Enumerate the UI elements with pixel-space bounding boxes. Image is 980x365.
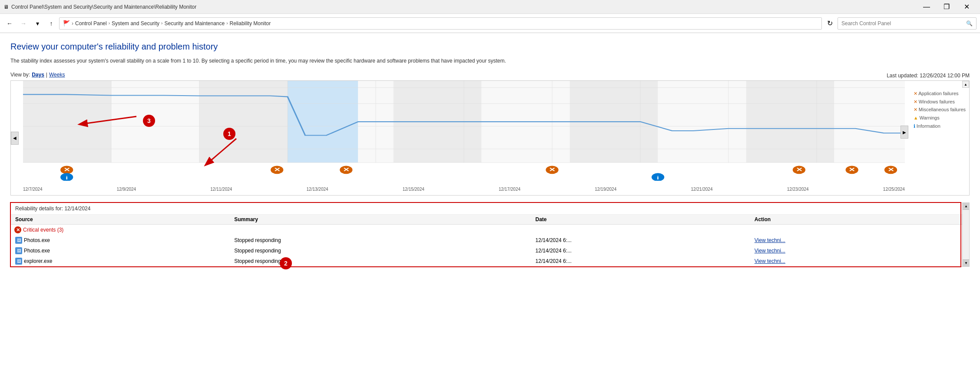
legend-windows-failures: ✕ Windows failures: [914, 98, 966, 106]
x-label-9: 12/25/2024: [883, 187, 905, 192]
chart-nav-right[interactable]: ▶: [901, 126, 908, 139]
back-button[interactable]: ←: [3, 17, 16, 30]
minimize-button[interactable]: —: [917, 0, 937, 14]
app-icon-explorer: 🖼: [15, 258, 22, 265]
x-label-4: 12/15/2024: [403, 187, 424, 192]
warnings-icon: ▲: [914, 115, 920, 120]
path-reliability-monitor[interactable]: Reliability Monitor: [230, 20, 271, 27]
window-controls: — ❐ ✕: [917, 0, 977, 14]
row2-action[interactable]: View techni...: [750, 246, 969, 256]
row3-action[interactable]: View techni...: [750, 256, 969, 266]
reliability-details: Reliability details for: 12/14/2024 Sour…: [10, 202, 970, 267]
x-label-7: 12/21/2024: [691, 187, 712, 192]
svg-text:i: i: [657, 175, 659, 180]
svg-text:✕: ✕: [343, 167, 349, 173]
page-title: Review your computer's reliability and p…: [10, 42, 970, 52]
scroll-down-btn[interactable]: ▼: [963, 259, 970, 266]
row1-action[interactable]: View techni...: [750, 235, 969, 246]
x-label-6: 12/19/2024: [595, 187, 616, 192]
row1-source: 🖼 Photos.exe: [11, 235, 230, 246]
svg-line-49: [206, 139, 236, 165]
svg-line-47: [80, 116, 136, 124]
view-days-link[interactable]: Days: [32, 72, 44, 78]
app-icon-photos2: 🖼: [15, 247, 22, 254]
view-weeks-link[interactable]: Weeks: [49, 72, 65, 78]
row2-source: 🖼 Photos.exe: [11, 246, 230, 256]
svg-text:✕: ✕: [848, 167, 855, 173]
annotation-3-arrow: [71, 112, 141, 129]
svg-text:✕: ✕: [549, 167, 555, 173]
critical-events-label: ✕ Critical events (3): [14, 226, 966, 233]
critical-events-row[interactable]: ✕ Critical events (3): [11, 225, 969, 236]
col-summary: Summary: [230, 215, 531, 225]
misc-failures-icon: ✕: [914, 107, 919, 112]
row3-summary: Stopped responding: [230, 256, 531, 266]
row1-date: 12/14/2024 6:...: [531, 235, 750, 246]
legend-app-failures: ✕ Application failures: [914, 90, 966, 98]
row1-summary: Stopped responding: [230, 235, 531, 246]
x-axis-labels: 12/7/2024 12/9/2024 12/11/2024 12/13/202…: [23, 187, 905, 192]
main-content: Review your computer's reliability and p…: [0, 33, 980, 365]
table-row[interactable]: 🖼 explorer.exe Stopped responding 12/14/…: [11, 256, 969, 266]
path-flag-icon: 🚩: [63, 20, 70, 27]
refresh-button[interactable]: ↻: [824, 17, 836, 30]
scrollbar-up[interactable]: ▲: [962, 81, 969, 88]
title-bar-text: Control Panel\System and Security\Securi…: [11, 4, 917, 10]
search-box[interactable]: 🔍: [838, 17, 977, 30]
details-scrollbar: ▲ ▼: [962, 203, 969, 266]
app-failures-icon: ✕: [914, 91, 918, 96]
annotation-1-arrow: [197, 136, 249, 171]
close-button[interactable]: ✕: [957, 0, 977, 14]
search-input[interactable]: [841, 20, 966, 27]
svg-text:i: i: [66, 175, 68, 180]
table-header-row: Source Summary Date Action: [11, 215, 969, 225]
svg-text:✕: ✕: [796, 167, 802, 173]
legend-misc-failures: ✕ Miscellaneous failures: [914, 106, 966, 114]
svg-rect-10: [834, 81, 905, 163]
path-control-panel[interactable]: Control Panel: [75, 20, 107, 27]
row3-source: 🖼 explorer.exe: [11, 256, 230, 266]
x-label-5: 12/17/2024: [499, 187, 520, 192]
title-bar: 🖥 Control Panel\System and Security\Secu…: [0, 0, 980, 14]
annotation-2-circle: 2: [280, 257, 292, 269]
reliability-chart: 10 5 1 ✕ ✕ ✕ ✕: [23, 81, 905, 181]
col-date: Date: [531, 215, 750, 225]
svg-rect-3: [288, 81, 358, 163]
address-bar: ← → ▾ ↑ 🚩 › Control Panel › System and S…: [0, 14, 980, 33]
windows-failures-icon: ✕: [914, 99, 919, 104]
chart-nav-left[interactable]: ◀: [11, 132, 19, 145]
svg-rect-9: [746, 81, 834, 163]
svg-rect-8: [658, 81, 746, 163]
chart-legend: ✕ Application failures ✕ Windows failure…: [914, 90, 966, 130]
x-label-0: 12/7/2024: [23, 187, 43, 192]
description: The stability index assesses your system…: [10, 57, 970, 65]
forward-button[interactable]: →: [17, 17, 30, 30]
x-label-8: 12/23/2024: [787, 187, 809, 192]
row3-date: 12/14/2024 6:...: [531, 256, 750, 266]
critical-error-icon: ✕: [14, 226, 21, 233]
address-path[interactable]: 🚩 › Control Panel › System and Security …: [59, 17, 822, 30]
reliability-details-header: Reliability details for: 12/14/2024: [11, 203, 969, 215]
path-security-maintenance[interactable]: Security and Maintenance: [164, 20, 225, 27]
scroll-up-btn[interactable]: ▲: [963, 203, 970, 210]
x-label-2: 12/11/2024: [210, 187, 232, 192]
legend-information: ℹ Information: [914, 122, 966, 130]
table-row[interactable]: 🖼 Photos.exe Stopped responding 12/14/20…: [11, 235, 969, 246]
row2-summary: Stopped responding: [230, 246, 531, 256]
chart-container[interactable]: ◀: [10, 80, 970, 196]
up-button[interactable]: ↑: [45, 17, 57, 30]
last-updated: Last updated: 12/26/2024 12:00 PM: [887, 73, 970, 79]
search-icon: 🔍: [966, 20, 973, 27]
detail-table: Source Summary Date Action ✕ Critical ev…: [11, 215, 969, 266]
row2-date: 12/14/2024 6:...: [531, 246, 750, 256]
maximize-button[interactable]: ❐: [937, 0, 957, 14]
svg-text:✕: ✕: [887, 167, 894, 173]
information-icon: ℹ: [914, 123, 917, 129]
legend-warnings: ▲ Warnings: [914, 114, 966, 122]
path-system-security[interactable]: System and Security: [112, 20, 159, 27]
table-row[interactable]: 🖼 Photos.exe Stopped responding 12/14/20…: [11, 246, 969, 256]
x-label-1: 12/9/2024: [117, 187, 136, 192]
view-by: View by: Days | Weeks: [10, 72, 65, 78]
dropdown-button[interactable]: ▾: [31, 17, 43, 30]
col-source: Source: [11, 215, 230, 225]
